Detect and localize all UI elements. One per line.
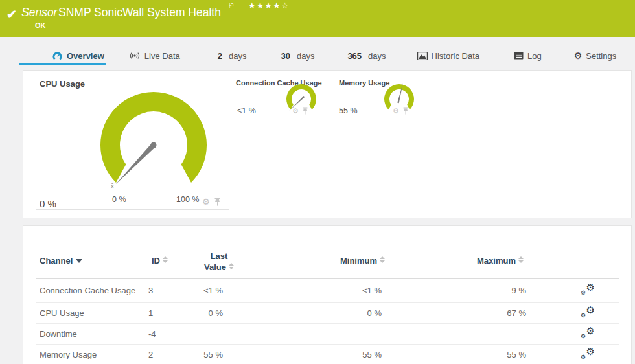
cpu-scale-max: 100 % [176,195,199,204]
tab-2-days-number: 2 [218,51,222,61]
table-row[interactable]: Connection Cache Usage 3 <1 % <1 % 9 % ⚙… [36,279,619,303]
channel-name[interactable]: CPU Usage [36,308,148,318]
tab-live-data-label: Live Data [144,51,180,61]
column-header-minimum-label: Minimum [340,256,377,266]
column-header-maximum[interactable]: Maximum [444,256,524,266]
settings-gear-icon: ⚙ [574,51,583,60]
sort-both-icon [163,256,168,263]
sort-both-icon [380,256,385,263]
channel-maximum: 55 % [382,350,526,359]
sort-both-icon [518,256,524,263]
channel-id: -4 [148,329,187,339]
tab-historic-data[interactable]: Historic Data [417,51,479,61]
active-tab-underline [19,63,106,65]
cpu-gear-icon[interactable]: ⚙ [202,198,210,206]
channels-table-panel: Channel ID Last Value Minimum Maximum Co… [23,225,632,364]
tab-365-days-label: days [368,51,386,61]
channel-settings-icon[interactable]: ⚙⚙ [581,306,595,318]
channel-maximum: 67 % [382,308,526,318]
channel-maximum: 9 % [382,286,526,295]
table-row[interactable]: Memory Usage 2 55 % 55 % 55 % ⚙⚙ [36,345,619,364]
cpu-pin-icon[interactable] [214,198,221,207]
memory-pin-icon[interactable] [402,107,409,115]
star-empty[interactable]: ☆ [281,1,290,10]
sensor-header: ✔ Sensor SNMP SonicWall System Health ⚐ … [0,0,635,37]
historic-data-chart-icon [417,52,428,60]
cpu-average-marker: x̄ [111,183,114,190]
channel-id: 1 [148,308,187,318]
priority-stars[interactable]: ★★★★☆ [248,1,289,10]
page-title: SNMP SonicWall System Health [58,6,221,19]
memory-current-value: 55 % [339,106,358,115]
tab-settings-label: Settings [586,51,616,61]
channel-name[interactable]: Downtime [36,329,148,339]
tab-settings[interactable]: ⚙ Settings [574,51,617,61]
column-header-channel-label: Channel [40,256,73,266]
channel-minimum: 0 % [223,308,382,318]
channel-name[interactable]: Memory Usage [36,350,148,359]
gauges-panel: CPU Usage x̄ 0 % 100 % 0 % ⚙ Connection … [23,70,632,218]
tab-365-days-number: 365 [347,51,362,61]
channel-last-value: 0 % [187,308,223,318]
column-header-last-label: Last [211,251,228,261]
tab-30-days-label: days [297,51,314,61]
prtg-sensor-page: ✔ Sensor SNMP SonicWall System Health ⚐ … [0,0,635,364]
channel-last-value: 55 % [187,350,223,359]
connection-cache-current-value: <1 % [237,106,256,115]
cpu-gauge-title: CPU Usage [40,79,85,89]
tab-overview[interactable]: Overview [52,51,104,61]
live-data-broadcast-icon [129,51,141,60]
tab-30-days-number: 30 [281,51,290,61]
column-header-maximum-label: Maximum [477,256,516,266]
column-header-id[interactable]: ID [152,256,168,266]
channel-id: 3 [148,286,187,295]
tab-2-days[interactable]: 2 days [218,51,247,61]
memory-gear-icon[interactable]: ⚙ [393,108,399,115]
channel-minimum: <1 % [223,286,382,295]
connection-cache-gauge [282,80,321,119]
column-header-value-label: Value [204,262,226,272]
column-header-id-label: ID [152,256,160,266]
channel-settings-icon[interactable]: ⚙⚙ [581,327,595,339]
column-header-minimum[interactable]: Minimum [302,256,385,266]
channel-last-value: <1 % [187,286,223,295]
connection-cache-pin-icon[interactable] [302,107,308,115]
status-ok-icon: ✔ [6,7,17,22]
memory-block-divider [328,117,419,117]
stars-filled[interactable]: ★★★★ [248,1,281,10]
cpu-current-value: 0 % [40,198,56,209]
log-list-icon [514,52,524,60]
tab-historic-data-label: Historic Data [432,51,479,61]
flag-icon[interactable]: ⚐ [228,1,235,10]
tab-2-days-label: days [229,51,246,61]
overview-gauge-icon [52,51,63,61]
channel-settings-icon[interactable]: ⚙⚙ [581,284,595,295]
channel-name[interactable]: Connection Cache Usage [36,286,148,295]
cpu-block-divider [36,209,229,210]
channel-id: 2 [148,350,187,359]
cpu-gauge [89,74,218,203]
sensor-kind-label: Sensor [21,6,57,19]
table-rows: Connection Cache Usage 3 <1 % <1 % 9 % ⚙… [36,279,619,364]
channel-settings-icon[interactable]: ⚙⚙ [581,348,595,359]
tab-log[interactable]: Log [514,51,542,61]
connection-cache-block-divider [232,117,319,117]
cpu-scale-min: 0 % [112,195,126,204]
channel-minimum: 55 % [223,350,382,359]
column-header-last-value[interactable]: Last Value [198,251,240,273]
table-row[interactable]: Downtime -4 ⚙⚙ [36,324,619,345]
tab-365-days[interactable]: 365 days [347,51,386,61]
column-header-channel[interactable]: Channel [40,256,82,266]
tab-30-days[interactable]: 30 days [281,51,314,61]
tab-log-label: Log [527,51,542,61]
connection-cache-gear-icon[interactable]: ⚙ [292,108,299,115]
sort-both-icon [229,263,234,269]
status-badge: OK [35,21,46,29]
table-row[interactable]: CPU Usage 1 0 % 0 % 67 % ⚙⚙ [36,303,619,324]
memory-gauge [380,80,419,119]
tab-overview-label: Overview [67,51,104,61]
sort-desc-icon [76,259,82,263]
tab-live-data[interactable]: Live Data [129,51,180,61]
